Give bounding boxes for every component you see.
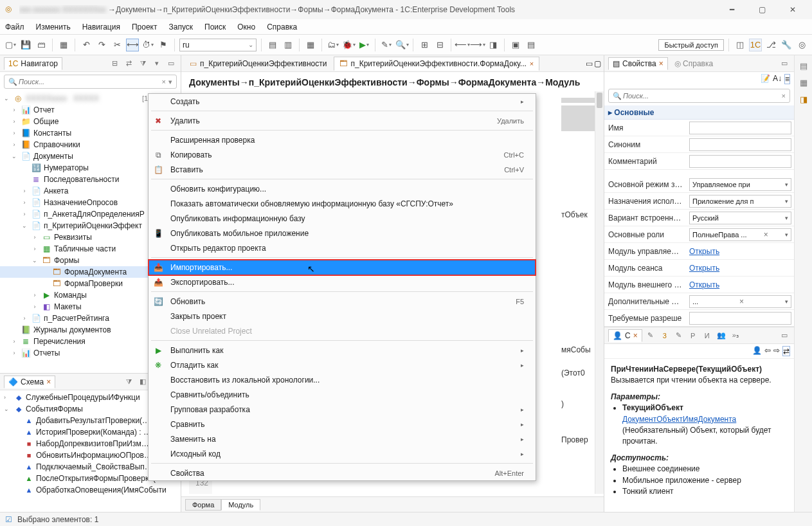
grid-icon[interactable]: ▦ [57, 39, 70, 51]
prop-b3[interactable]: ≡ [784, 74, 790, 84]
ctx-item[interactable]: 📤Экспортировать... [149, 275, 536, 289]
prop-row[interactable]: Модуль внешнего со...Открыть [604, 277, 794, 293]
language-select[interactable]: ru [179, 39, 257, 51]
navigator-search-input[interactable] [19, 78, 161, 86]
ctx-item[interactable]: Сравнить▸ [149, 417, 536, 431]
hp-2[interactable]: 3 [659, 330, 671, 341]
prop-row[interactable]: Назначения использ...Приложение для п [604, 193, 794, 210]
menu-nav[interactable]: Навигация [81, 21, 122, 33]
prop-row[interactable]: Комментарий [604, 153, 794, 170]
cut-icon[interactable]: ✂ [111, 39, 123, 51]
redo-icon[interactable]: ↷ [95, 39, 108, 51]
editor-scrollbar[interactable] [595, 91, 604, 494]
schema-tab[interactable]: 🔷 Схема × [4, 376, 55, 388]
ctx-item[interactable]: 📥Импортировать... [149, 260, 536, 275]
context-menu[interactable]: Создать▸✖УдалитьУдалитьРасширенная прове… [148, 93, 536, 481]
gutter-3[interactable]: ◨ [797, 93, 810, 105]
ctx-item[interactable]: Заменить на▸ [149, 431, 536, 446]
tb-2[interactable]: ▥ [282, 39, 294, 51]
ctx-item[interactable]: Восстановить из локальной хронологии... [149, 372, 536, 387]
ctx-item[interactable]: ✖УдалитьУдалить [149, 113, 536, 128]
ctx-item[interactable]: 📋ВставитьCtrl+V [149, 162, 536, 177]
tb-9[interactable]: ▤ [525, 39, 537, 51]
ctx-item[interactable]: Исходный код▸ [149, 446, 536, 461]
properties-search-input[interactable] [623, 92, 780, 100]
prop-row[interactable]: Основные ролиПолныеПрава ... × [604, 226, 794, 243]
hp-5[interactable]: И [701, 330, 713, 341]
hpnav-back[interactable]: ⇦ [764, 346, 771, 356]
bottom-tab-form[interactable]: Форма [185, 499, 221, 511]
timer-icon[interactable]: ⏱ [141, 39, 154, 51]
bottom-tab-module[interactable]: Модуль [221, 499, 260, 511]
menu-edit[interactable]: Изменить [35, 21, 72, 33]
ed-max[interactable]: ▢ [594, 59, 601, 68]
prop-row[interactable]: Модуль сеансаОткрыть [604, 260, 794, 277]
prop-row[interactable]: Синоним [604, 136, 794, 153]
save-button[interactable]: 💾 [19, 39, 32, 51]
prop-group[interactable]: ▸ Основные [604, 105, 794, 120]
tb-back[interactable]: ⟵ [456, 39, 469, 51]
hp-min[interactable]: ▭ [779, 330, 790, 341]
ctx-item[interactable]: Открыть редактор проекта [149, 240, 536, 255]
prop-b1[interactable]: 📝 [761, 74, 770, 84]
new-button[interactable]: ▢ [4, 39, 17, 51]
sch-b1[interactable]: ⧩ [123, 376, 134, 388]
ctx-item[interactable]: Создать▸ [149, 94, 536, 109]
persp-more[interactable]: ◎ [795, 39, 808, 51]
sch-b2[interactable]: ◧ [137, 376, 149, 388]
properties-table[interactable]: ▸ ОсновныеИмяСинонимКомментарийОсновной … [604, 105, 794, 327]
tb-5[interactable]: ⊞ [418, 39, 431, 51]
menu-search[interactable]: Поиск [203, 21, 227, 33]
close-button[interactable]: ✕ [778, 1, 807, 19]
prop-b2[interactable]: A↓ [773, 74, 782, 84]
ctx-item[interactable]: 🔄ОбновитьF5 [149, 294, 536, 309]
tb-run[interactable]: ▶ [357, 39, 370, 51]
clear-icon[interactable]: × [780, 92, 787, 100]
ctx-item[interactable]: СвойстваAlt+Enter [149, 466, 536, 480]
hp-4[interactable]: P [687, 330, 699, 341]
param-type-link[interactable]: ДокументОбъектИмяДокумента [622, 415, 736, 424]
minimize-button[interactable]: ━ [717, 1, 746, 19]
tb-fwd[interactable]: ⟶ [471, 39, 484, 51]
nav-collapse-icon[interactable]: ⊟ [109, 58, 120, 69]
hp-7[interactable]: »₃ [730, 330, 741, 341]
toggle-icon[interactable]: ⟷ [126, 39, 139, 51]
menu-window[interactable]: Окно [236, 21, 257, 33]
tb-8[interactable]: ▣ [509, 39, 522, 51]
prop-row[interactable]: Вариант встроенног...Русский [604, 210, 794, 226]
nav-filter-icon[interactable]: ⧩ [137, 58, 149, 69]
tb-1[interactable]: ▤ [266, 39, 279, 51]
ctx-item[interactable]: ❋Отладить как▸ [149, 358, 536, 372]
maximize-button[interactable]: ▢ [748, 1, 777, 19]
properties-search[interactable]: 🔍 × [608, 89, 790, 103]
ed-min[interactable]: ▭ [586, 59, 593, 68]
navigator-tab[interactable]: 1CНавигатор [4, 57, 62, 70]
ctx-item[interactable]: Обновить конфигурацию... [149, 181, 536, 196]
ctx-item[interactable]: Групповая разработка▸ [149, 402, 536, 417]
editor-tab-1[interactable]: ▭п_КритерийОценкиЭффективности [184, 57, 332, 71]
tb-6[interactable]: ⊟ [433, 39, 446, 51]
dropdown-icon[interactable]: ▾ [167, 78, 174, 86]
help-tab[interactable]: ◎ Справка [671, 58, 717, 69]
tb-bug[interactable]: 🐞 [342, 39, 355, 51]
hpnav-person[interactable]: 👤 [752, 346, 762, 356]
hp-3[interactable]: ✎ [673, 330, 685, 341]
menu-project[interactable]: Проект [131, 21, 159, 33]
clear-icon[interactable]: × [161, 78, 167, 86]
gutter-1[interactable]: ▤ [797, 59, 810, 72]
nav-min-icon[interactable]: ▭ [165, 58, 177, 69]
editor-tab-2[interactable]: 🗔п_КритерийОценкиЭффективности.ФормаДоку… [334, 57, 539, 71]
close-icon[interactable]: × [530, 60, 534, 68]
hp-1[interactable]: ✎ [645, 330, 656, 341]
ctx-item[interactable]: Закрыть проект [149, 309, 536, 323]
ctx-item[interactable]: ⧉КопироватьCtrl+C [149, 147, 536, 162]
prop-row[interactable]: Дополнительные сло...... × [604, 293, 794, 310]
prop-min[interactable]: ▭ [779, 58, 790, 69]
tb-4[interactable]: 🗂 [327, 39, 339, 51]
prop-row[interactable]: Модуль управляемо...Открыть [604, 243, 794, 260]
help-c-tab[interactable]: 👤 С × [608, 329, 642, 342]
gutter-2[interactable]: ▦ [797, 76, 810, 89]
ctx-item[interactable]: Расширенная проверка [149, 132, 536, 147]
ctx-item[interactable]: Опубликовать информационную базу [149, 211, 536, 226]
tb-3[interactable]: ▦ [304, 39, 317, 51]
